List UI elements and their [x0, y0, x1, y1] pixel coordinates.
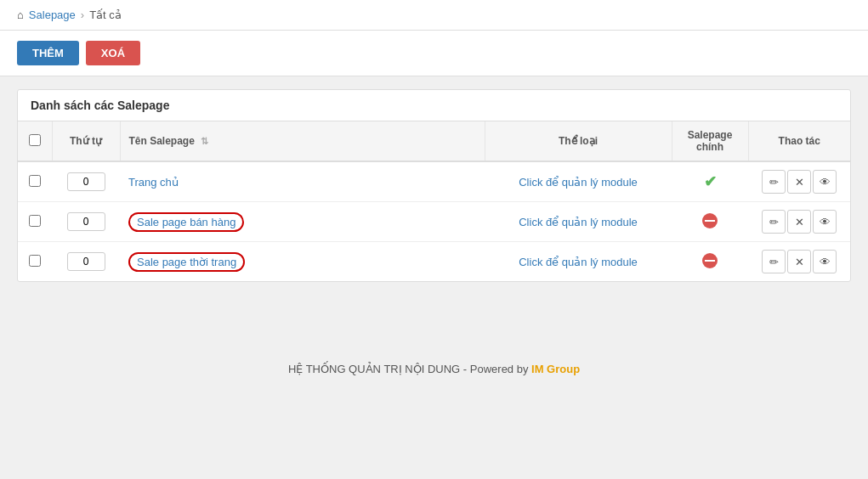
- table-container: Danh sách các Salepage Thứ tự Tên Salepa…: [17, 89, 851, 282]
- table-row: Sale page thời trangClick để quản lý mod…: [18, 242, 850, 282]
- row-checkbox[interactable]: [29, 215, 41, 227]
- manage-module-link[interactable]: Click để quản lý module: [519, 216, 638, 228]
- delete-row-button[interactable]: ✕: [787, 170, 811, 194]
- footer-brand: IM Group: [531, 363, 580, 375]
- col-header-name: Tên Salepage ⇅: [120, 121, 485, 161]
- main-content: Danh sách các Salepage Thứ tự Tên Salepa…: [0, 76, 868, 295]
- breadcrumb-current: Tất cả: [89, 8, 122, 21]
- col-header-action: Thao tác: [748, 121, 850, 161]
- breadcrumb-separator: ›: [81, 8, 84, 21]
- footer-separator: - Powered by: [463, 363, 531, 375]
- toolbar: THÊM XOÁ: [0, 31, 868, 76]
- salepage-name-link[interactable]: Sale page bán hàng: [128, 212, 244, 232]
- edit-button[interactable]: ✏: [762, 170, 786, 194]
- col-header-order: Thứ tự: [52, 121, 120, 161]
- col-header-check: [18, 121, 52, 161]
- footer: HỆ THỐNG QUẢN TRỊ NỘI DUNG - Powered by …: [0, 346, 868, 392]
- table-row: Trang chủClick để quản lý module✔✏✕👁: [18, 161, 850, 202]
- order-input[interactable]: [67, 212, 105, 231]
- view-button[interactable]: 👁: [813, 170, 837, 194]
- view-button[interactable]: 👁: [813, 210, 837, 234]
- breadcrumb: ⌂ Salepage › Tất cả: [0, 0, 868, 31]
- footer-text: HỆ THỐNG QUẢN TRỊ NỘI DUNG: [288, 363, 460, 375]
- delete-row-button[interactable]: ✕: [787, 210, 811, 234]
- status-inactive-icon: [702, 213, 718, 228]
- col-header-type: Thể loại: [485, 121, 672, 161]
- sort-icon: ⇅: [201, 136, 208, 147]
- salepage-name-link[interactable]: Sale page thời trang: [128, 252, 245, 272]
- col-header-main: Salepage chính: [672, 121, 748, 161]
- salepage-name-link[interactable]: Trang chủ: [128, 176, 179, 189]
- status-active-icon: ✔: [704, 173, 717, 190]
- table-row: Sale page bán hàngClick để quản lý modul…: [18, 202, 850, 242]
- home-icon: ⌂: [17, 8, 24, 21]
- select-all-checkbox[interactable]: [29, 134, 41, 146]
- add-button[interactable]: THÊM: [17, 41, 79, 65]
- breadcrumb-home[interactable]: Salepage: [29, 8, 76, 21]
- row-checkbox[interactable]: [29, 255, 41, 267]
- manage-module-link[interactable]: Click để quản lý module: [519, 176, 638, 189]
- manage-module-link[interactable]: Click để quản lý module: [519, 256, 638, 268]
- delete-row-button[interactable]: ✕: [787, 250, 811, 273]
- row-checkbox[interactable]: [29, 175, 41, 187]
- edit-button[interactable]: ✏: [762, 250, 786, 273]
- view-button[interactable]: 👁: [813, 250, 837, 273]
- status-inactive-icon: [702, 253, 718, 268]
- delete-button[interactable]: XOÁ: [86, 41, 140, 65]
- order-input[interactable]: [67, 252, 105, 271]
- table-section-title: Danh sách các Salepage: [18, 90, 850, 121]
- order-input[interactable]: [67, 172, 105, 191]
- edit-button[interactable]: ✏: [762, 210, 786, 234]
- salepage-table: Thứ tự Tên Salepage ⇅ Thể loại Salepage …: [18, 121, 850, 281]
